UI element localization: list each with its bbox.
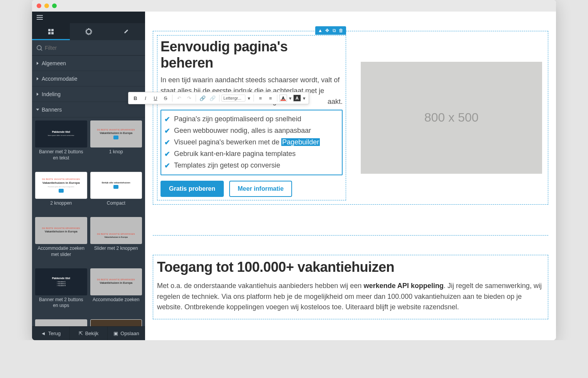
filter-input[interactable] (45, 45, 140, 51)
font-size-select[interactable]: Lettergr... (221, 95, 245, 102)
section-block-2[interactable]: Toegang tot 100.000+ vakantiehuizen Met … (153, 255, 548, 320)
tile-preview: Pakkende titel✓ Voordeel 1✓ Voordeel 2✓ … (35, 268, 87, 295)
link-button[interactable]: 🔗 (198, 93, 207, 103)
sidebar-footer: ◄Terug ⇱Bekijk ▣Opslaan (32, 326, 145, 340)
indent-right-button[interactable]: ≡ (266, 93, 275, 103)
list-item: ✔Visueel pagina's bewerken met de Pagebu… (164, 137, 340, 148)
feature-list[interactable]: ✔Pagina's zijn geoptimaliseerd op snelhe… (161, 110, 343, 175)
tile-preview: DE BESTE VAKANTIE ERVARINGENVakantiehuiz… (35, 172, 87, 199)
tile-preview: Pakkende titellorem ipsum dolor sit amet… (35, 120, 87, 147)
tile-label: Banner met 2 buttons en tekst (35, 147, 87, 163)
undo-button[interactable]: ↶ (174, 93, 184, 103)
app-window: Algemeen Accommodatie Indeling Banners P… (32, 0, 556, 340)
component-gallery[interactable]: Pakkende titellorem ipsum dolor sit amet… (32, 117, 145, 340)
floppy-icon: ▣ (113, 331, 118, 336)
gear-icon (86, 29, 91, 34)
sidebar: Algemeen Accommodatie Indeling Banners P… (32, 12, 145, 340)
canvas[interactable]: B I U S ↶ ↷ 🔗 🔗 Lettergr... ▾ ≡ ≡ A ▾ A (145, 12, 556, 340)
minimize-window-button[interactable] (44, 3, 49, 8)
tile-2knoppen[interactable]: DE BESTE VAKANTIE ERVARINGENVakantiehuiz… (35, 172, 87, 214)
underline-button[interactable]: U (151, 93, 160, 103)
list-item: ✔Templates zijn getest op conversie (164, 160, 340, 171)
tile-label: Accommodatie zoeken met slider (35, 244, 87, 259)
image-placeholder[interactable]: 800 x 500 (361, 62, 542, 174)
highlighted-text: Pagebuilder (281, 138, 320, 146)
delete-icon[interactable]: 🗑 (338, 27, 344, 34)
category-label: Indeling (42, 91, 61, 97)
chevron-right-icon (37, 62, 39, 65)
category-label: Accommodatie (42, 76, 78, 82)
separator (219, 95, 220, 102)
bg-color-dropdown-icon[interactable]: ▾ (302, 93, 306, 103)
tab-settings[interactable] (70, 23, 108, 40)
secondary-cta-button[interactable]: Meer informatie (229, 181, 292, 197)
tile-acco-slider[interactable]: DE BESTE VAKANTIE ERVARINGENVakantiehuiz… (35, 217, 87, 265)
column-left[interactable]: ▲ ✥ ⧉ 🗑 Eenvoudig pagina's beheren In ee… (157, 35, 346, 200)
tile-compact[interactable]: Bekijk alle vakantiehuizen Compact (90, 172, 142, 214)
size-dropdown-icon[interactable]: ▾ (246, 93, 252, 103)
primary-cta-button[interactable]: Gratis proberen (161, 181, 224, 197)
paragraph[interactable]: Met o.a. de onderstaande vakantiehuis aa… (157, 281, 544, 313)
search-icon (37, 45, 42, 50)
italic-button[interactable]: I (145, 93, 150, 103)
tile-preview: DE BESTE VAKANTIE ERVARINGENVakantiehuiz… (35, 217, 87, 244)
heading[interactable]: Toegang tot 100.000+ vakantiehuizen (157, 259, 544, 275)
close-window-button[interactable] (37, 3, 41, 8)
indent-left-button[interactable]: ≡ (256, 93, 265, 103)
move-up-icon[interactable]: ▲ (317, 27, 323, 34)
tile-preview: Bekijk alle vakantiehuizen (90, 172, 142, 199)
tile-acco-zoeken[interactable]: DE BESTE VAKANTIE ERVARINGENVakantiehuiz… (90, 268, 142, 317)
copy-icon[interactable]: ⧉ (331, 27, 337, 34)
separator (196, 95, 196, 102)
check-icon: ✔ (164, 161, 170, 170)
category-banners[interactable]: Banners (32, 102, 145, 117)
tile-label: Accommodatie zoeken (90, 295, 142, 305)
heading[interactable]: Eenvoudig pagina's beheren (161, 39, 343, 71)
sidebar-tabs (32, 23, 145, 40)
check-icon: ✔ (164, 115, 170, 124)
section-block-1[interactable]: ▲ ✥ ⧉ 🗑 Eenvoudig pagina's beheren In ee… (153, 31, 548, 205)
chevron-right-icon (37, 77, 39, 80)
strike-button[interactable]: S (161, 93, 170, 103)
tile-banner-2buttons-text[interactable]: Pakkende titellorem ipsum dolor sit amet… (35, 120, 87, 169)
button-group: Gratis proberen Meer informatie (161, 181, 343, 197)
save-button[interactable]: ▣Opslaan (108, 327, 145, 340)
tab-components[interactable] (32, 23, 70, 40)
category-accommodatie[interactable]: Accommodatie (32, 71, 145, 86)
filter-row (32, 40, 145, 56)
tile-label: 1 knop (90, 147, 142, 157)
arrow-left-icon: ◄ (41, 331, 46, 336)
view-button[interactable]: ⇱Bekijk (70, 327, 108, 340)
sidebar-header (32, 12, 145, 23)
tile-1knop[interactable]: DE BESTE VAKANTIE ERVARINGENVakantiehuiz… (90, 120, 142, 169)
drag-icon[interactable]: ✥ (324, 27, 330, 34)
titlebar (32, 0, 556, 12)
tile-label: Banner met 2 buttons en usps (35, 295, 87, 310)
tile-label: 2 knoppen (35, 199, 87, 208)
column-right[interactable]: 800 x 500 (358, 35, 545, 200)
hamburger-icon[interactable] (37, 15, 43, 20)
element-toolbar: ▲ ✥ ⧉ 🗑 (315, 26, 346, 35)
text-color-button[interactable]: A (279, 95, 287, 102)
rich-text-toolbar: B I U S ↶ ↷ 🔗 🔗 Lettergr... ▾ ≡ ≡ A ▾ A (145, 92, 309, 104)
check-icon: ✔ (164, 138, 170, 147)
tab-styles[interactable] (107, 23, 145, 40)
back-button[interactable]: ◄Terug (32, 327, 70, 340)
tile-preview: DE BESTE VAKANTIE ERVARINGENVakantiehuiz… (90, 217, 142, 244)
check-icon: ✔ (164, 150, 170, 158)
text-color-dropdown-icon[interactable]: ▾ (288, 93, 292, 103)
tile-slider-2knoppen[interactable]: DE BESTE VAKANTIE ERVARINGENVakantiehuiz… (90, 217, 142, 265)
check-icon: ✔ (164, 127, 170, 135)
section-divider (153, 216, 548, 236)
list-item: ✔Pagina's zijn geoptimaliseerd op snelhe… (164, 114, 340, 125)
unlink-button[interactable]: 🔗 (208, 93, 217, 103)
external-link-icon: ⇱ (79, 331, 83, 336)
maximize-window-button[interactable] (52, 3, 57, 8)
list-item: ✔Gebruik kant-en-klare pagina templates (164, 148, 340, 160)
category-label: Algemeen (42, 60, 66, 66)
category-label: Banners (42, 107, 62, 113)
redo-button[interactable]: ↷ (184, 93, 194, 103)
tile-banner-2buttons-usps[interactable]: Pakkende titel✓ Voordeel 1✓ Voordeel 2✓ … (35, 268, 87, 317)
category-algemeen[interactable]: Algemeen (32, 56, 145, 71)
bg-color-button[interactable]: A (293, 95, 301, 102)
